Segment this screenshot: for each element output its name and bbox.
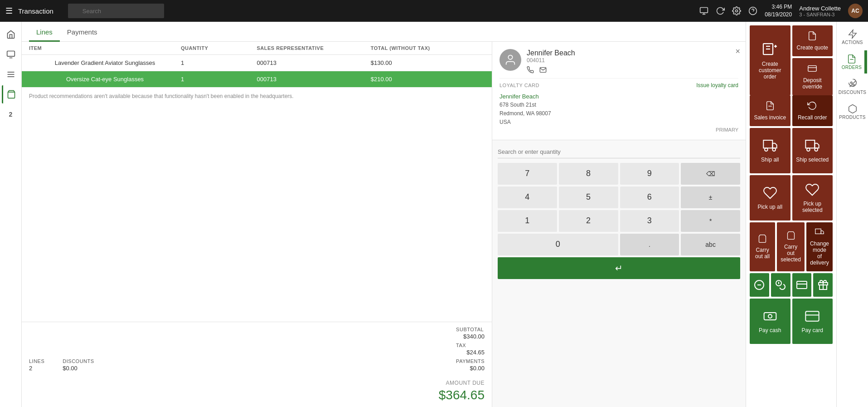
item-name: Oversize Cat-eye Sunglasses bbox=[29, 76, 181, 83]
num-0-btn[interactable]: 0 bbox=[498, 234, 618, 255]
backspace-btn[interactable]: ⌫ bbox=[681, 163, 740, 185]
help-icon[interactable] bbox=[748, 6, 757, 15]
customer-info: Jennifer Beach 004011 bbox=[527, 49, 575, 74]
sidebar-number[interactable]: 2 bbox=[2, 105, 20, 123]
discounts-icon bbox=[848, 79, 858, 89]
left-sidebar: 2 bbox=[0, 22, 22, 407]
num-5-btn[interactable]: 5 bbox=[559, 186, 618, 208]
tab-payments[interactable]: Payments bbox=[60, 24, 105, 42]
num-7-btn[interactable]: 7 bbox=[498, 163, 557, 185]
tab-lines[interactable]: Lines bbox=[29, 24, 60, 42]
lines-section: ITEM QUANTITY SALES REPRESENTATIVE TOTAL… bbox=[22, 42, 492, 407]
carryout-all-icon bbox=[758, 234, 767, 243]
search-wrap bbox=[68, 4, 340, 18]
settings-icon[interactable] bbox=[732, 6, 741, 15]
svg-point-46 bbox=[850, 82, 852, 83]
coins-icon bbox=[775, 280, 786, 290]
table-row[interactable]: Lavender Gradient Aviator Sunglasses 1 0… bbox=[22, 55, 492, 71]
pay-card-tile[interactable]: Pay card bbox=[792, 299, 833, 344]
app-body: 2 Lines Payments ITEM QUANTITY SALES REP… bbox=[0, 22, 868, 407]
sidebar-menu[interactable] bbox=[2, 65, 20, 83]
ship-selected-tile[interactable]: Ship selected bbox=[792, 128, 833, 173]
numpad-search-input[interactable] bbox=[498, 146, 740, 158]
svg-rect-40 bbox=[764, 313, 776, 320]
carry-out-all-tile[interactable]: Carry out all bbox=[750, 222, 775, 271]
pick-up-all-tile[interactable]: Pick up all bbox=[750, 175, 790, 221]
sidebar-home[interactable] bbox=[2, 25, 20, 44]
lines-area: ITEM QUANTITY SALES REPRESENTATIVE TOTAL… bbox=[22, 42, 746, 407]
discounts-summary: DISCOUNTS $0.00 bbox=[63, 358, 94, 372]
change-mode-delivery-tile[interactable]: Change mode of delivery bbox=[806, 222, 833, 271]
products-icon-item[interactable]: PRODUCTS bbox=[838, 100, 867, 123]
col-item: ITEM bbox=[29, 45, 181, 51]
tabs: Lines Payments bbox=[22, 22, 746, 42]
svg-rect-42 bbox=[806, 311, 819, 321]
loyalty-row: LOYALTY CARD Issue loyalty card bbox=[499, 78, 738, 88]
pick-up-selected-tile[interactable]: Pick up selected bbox=[792, 175, 833, 221]
screen-icon[interactable] bbox=[699, 6, 708, 15]
ship-all-tile[interactable]: Ship all bbox=[750, 128, 790, 173]
discounts-icon-item[interactable]: DISCOUNTS bbox=[838, 75, 867, 98]
enter-btn[interactable]: ↵ bbox=[498, 257, 740, 279]
table-row[interactable]: Oversize Cat-eye Sunglasses 1 000713 $21… bbox=[22, 71, 492, 88]
num-4-btn[interactable]: 4 bbox=[498, 186, 557, 208]
svg-rect-2 bbox=[700, 8, 708, 13]
products-icon bbox=[848, 104, 858, 114]
hamburger-menu[interactable]: ☰ bbox=[5, 6, 13, 16]
right-icons: ACTIONS ORDERS DISCOUNTS PRODUCTS bbox=[836, 22, 868, 407]
refresh-icon[interactable] bbox=[716, 6, 725, 15]
sidebar-transaction[interactable] bbox=[2, 85, 20, 103]
svg-point-5 bbox=[736, 10, 738, 12]
pickup-all-icon bbox=[763, 186, 777, 200]
search-input[interactable] bbox=[68, 4, 164, 18]
num-3-btn[interactable]: 3 bbox=[620, 210, 679, 232]
quote-icon bbox=[807, 31, 817, 41]
issue-loyalty-btn[interactable]: Issue loyalty card bbox=[696, 82, 738, 88]
sales-invoice-tile[interactable]: Sales invoice bbox=[750, 95, 790, 126]
sidebar-items[interactable] bbox=[2, 45, 20, 64]
svg-rect-27 bbox=[806, 140, 815, 148]
num-1-btn[interactable]: 1 bbox=[498, 210, 557, 232]
payment-icon-2[interactable] bbox=[771, 273, 790, 297]
deposit-icon bbox=[807, 64, 817, 74]
svg-rect-23 bbox=[763, 140, 772, 148]
item-rep: 000713 bbox=[257, 76, 371, 83]
col-total: TOTAL (WITHOUT TAX) bbox=[371, 45, 485, 51]
num-9-btn[interactable]: 9 bbox=[620, 163, 679, 185]
orders-icon bbox=[847, 54, 857, 64]
create-customer-order-tile[interactable]: Create customer order bbox=[750, 25, 790, 95]
svg-marker-44 bbox=[849, 30, 856, 38]
email-icon[interactable] bbox=[539, 66, 547, 74]
payment-icon-1[interactable] bbox=[750, 273, 769, 297]
payment-icon-4[interactable] bbox=[813, 273, 833, 297]
item-quantity: 1 bbox=[181, 59, 257, 66]
actions-icon-item[interactable]: ACTIONS bbox=[838, 25, 867, 49]
summary-bottom: LINES 2 DISCOUNTS $0.00 SUBTOTAL $ bbox=[29, 327, 485, 372]
recall-order-tile[interactable]: Recall order bbox=[792, 95, 833, 126]
phone-icon[interactable] bbox=[527, 66, 534, 74]
num-8-btn[interactable]: 8 bbox=[559, 163, 618, 185]
delivery-icon bbox=[815, 228, 824, 237]
svg-rect-8 bbox=[7, 51, 15, 57]
pay-cash-tile[interactable]: Pay cash bbox=[750, 299, 790, 344]
lines-summary: LINES 2 bbox=[29, 358, 44, 372]
customer-detail: Jennifer Beach 678 South 21st Redmond, W… bbox=[499, 88, 738, 132]
create-quote-tile[interactable]: Create quote bbox=[792, 25, 833, 56]
table-header: ITEM QUANTITY SALES REPRESENTATIVE TOTAL… bbox=[22, 42, 492, 55]
num-6-btn[interactable]: 6 bbox=[620, 186, 679, 208]
customer-name-link[interactable]: Jennifer Beach bbox=[499, 93, 738, 100]
customer-id: 004011 bbox=[527, 57, 575, 64]
orders-icon-item[interactable]: ORDERS bbox=[838, 50, 867, 74]
multiply-btn[interactable]: * bbox=[681, 210, 740, 232]
payment-icon-3[interactable] bbox=[792, 273, 812, 297]
abc-btn[interactable]: abc bbox=[681, 234, 740, 255]
deposit-override-tile[interactable]: Deposit override bbox=[792, 58, 833, 95]
num-2-btn[interactable]: 2 bbox=[559, 210, 618, 232]
plusminus-btn[interactable]: ± bbox=[681, 186, 740, 208]
recommendation-text: Product recommendations aren't available… bbox=[22, 88, 492, 105]
close-customer-btn[interactable]: × bbox=[735, 47, 740, 55]
decimal-btn[interactable]: . bbox=[620, 234, 679, 255]
minus-circle-icon bbox=[754, 280, 765, 290]
carry-out-selected-tile[interactable]: Carry out selected bbox=[777, 222, 805, 271]
customer-contacts bbox=[527, 66, 575, 74]
